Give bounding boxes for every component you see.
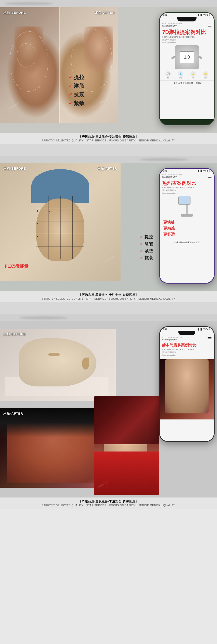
phone-screen-3: 9:41 ▌▌▌ WiFi 🔋 EXCLUSIVE SERVICES HAMLI… [160,327,214,441]
grid-num-4: 4 [49,210,50,212]
grid-num-2: 2 [49,197,50,200]
phone-girl-face-preview [165,359,208,414]
section-3-nose: 术前-BEFORE xianpic.com 术后-AFTER xianpic.c… [0,314,217,508]
s2-feat-3: ✓ 紧致 [140,248,153,254]
gap-2 [0,302,217,314]
device-7d: 1.0 [175,45,199,70]
feature-jingzhi: ✓ 紧致 [69,100,142,107]
arm-right [197,55,202,59]
brush-mark-2 [140,158,188,161]
sleeping-person [5,334,109,396]
feature-rongzhi: ✓ 溶脂 [69,82,142,90]
grid-v-2 [60,196,61,259]
s2-check-4: ✓ [140,256,143,260]
hamburger-menu-3[interactable] [207,337,211,340]
quality-bar-3: 【严选品质·星级服务·专注安全·资深医质】 STRICTLY SELECTED … [0,497,217,508]
check-icon-2: ✓ [69,83,72,89]
phone-brand-text-3: EXCLUSIVE SERVICES HAMLIN | 涵伦美学 [162,336,182,341]
speed-features: 更快捷 更精准 更舒适 [160,218,214,240]
phone-case-appreciation-2: Case appreciation [160,192,214,195]
speed-feat-3: 更舒适 [163,232,210,237]
features-list-2: ✓ 提拉 ✓ 除皱 ✓ 紧致 ✓ 抗衰 [140,234,153,262]
brush-divider-top-2 [0,156,217,163]
phone-brand-text-1: EXCLUSIVE SERVICES HAMLIN | 涵伦美学 [162,23,182,27]
nose-girl-photo: xianpic.com [94,396,159,495]
rmj-device [178,196,195,216]
quality-en-1: STRICTLY SELECTED QUALITY | STAR SERVICE… [0,139,217,142]
hamburger-menu-2[interactable] [207,175,211,178]
icon-item-4: 🌟 紧致 [203,71,208,78]
quality-en-2: STRICTLY SELECTED QUALITY | STAR SERVICE… [0,298,217,300]
grid-num-5: 5 [37,222,38,225]
brush-mark [5,2,53,5]
phone-screen-1: 9:41 ▌▌▌ WiFi 🔋 EXCLUSIVE SERVICES HAMLI… [160,13,214,119]
before-label-2: 术前-BEFORE [3,166,26,171]
phone-brand-text-2: EXCLUSIVE SERVICES HAMLIN | 涵伦美学 [162,174,182,178]
s2-feat-4: ✓ 抗衰 [140,255,153,261]
section-1-7d: HAMLIN医疗 jilli·xianpic.com 术前-BEFORE 术后-… [0,0,217,144]
check-icon-3: ✓ [69,92,72,97]
gap-1 [0,144,217,156]
phone-case-label-3: 涵伦美学·高端定制 [160,351,214,354]
rmj-screen [178,196,190,204]
grid-num-1: 1 [37,197,38,200]
icon-circle-2: 💧 [178,71,183,76]
quality-zh-1: 【严选品质·星级服务·专注安全·资深医质】 [0,135,217,139]
s2-check-3: ✓ [140,249,143,253]
section-1-content: HAMLIN医疗 jilli·xianpic.com 术前-BEFORE 术后-… [0,7,217,132]
after-label-3: 术后-AFTER [3,412,23,416]
phone-nose-girl-preview [160,359,214,420]
section-2-rmj: 1 2 3 4 5 c 术前-BEFORE 术后-AFTER FLX5微能量 j… [0,156,217,302]
phone-icons-row-1: 🔄 提拉 💧 溶脂 ✨ 抗衰 🌟 紧致 [160,70,214,80]
check-icon-4: ✓ [69,101,72,106]
device-arms [175,45,199,70]
quality-bar-2: 【严选品质·星级服务·专注安全·资深医质】 STRICTLY SELECTED … [0,291,217,302]
phone-tagline-1: 一提拉 二紧致 双重保障 一机确定 [160,80,214,85]
phone-title-hb: 赫本气质鼻案例对比 [160,342,214,348]
icon-circle-1: 🔄 [165,71,171,76]
phone-case-label-1: 涵伦美学·高端定制 [160,39,214,42]
s2-check-2: ✓ [140,242,143,246]
girl-dress [94,452,159,495]
nose-profile-detail [82,358,89,370]
phone-notch-1 [177,16,196,22]
phone-case-appreciation-3: Case appreciation [160,354,214,356]
phone-status-bar-1: 9:41 ▌▌▌ WiFi 🔋 [160,13,214,16]
s2-feat-1: ✓ 提拉 [140,234,153,240]
section-2-content: 1 2 3 4 5 c 术前-BEFORE 术后-AFTER FLX5微能量 j… [0,163,217,291]
brush-mark-3 [19,316,68,319]
phone-title-rmj: 热玛吉案例对比 [160,179,214,186]
grid-num-3: 3 [37,210,38,212]
phone-mockup-3: 9:41 ▌▌▌ WiFi 🔋 EXCLUSIVE SERVICES HAMLI… [159,326,214,442]
check-icon-1: ✓ [69,75,72,80]
flx5-badge: FLX5微能量 [5,263,29,269]
phone-mockup-2: 9:41 ▌▌▌ WiFi 🔋 EXCLUSIVE SERVICES HAMLI… [159,168,214,284]
phone-bottom-text-2: 全球女性青睐的紧肤除皱仪器 [160,240,214,245]
grid-v-1 [48,196,49,259]
icon-circle-4: 🌟 [203,71,208,76]
phone-mockup-1: 9:41 ▌▌▌ WiFi 🔋 EXCLUSIVE SERVICES HAMLI… [159,12,214,125]
rmj-pole [186,204,188,214]
feature-kangshuai: ✓ 抗衰 [69,91,142,98]
nose-before-photo: 术前-BEFORE xianpic.com [0,329,116,401]
feature-tila: ✓ 提拉 [69,74,142,81]
phone-screen-2: 9:41 ▌▌▌ WiFi 🔋 EXCLUSIVE SERVICES HAMLI… [160,169,214,283]
phone-subtitle-2: CUSTOMER REAL CASE FEEDBACK [160,186,214,189]
section-3-content: 术前-BEFORE xianpic.com 术后-AFTER xianpic.c… [0,322,217,497]
arm-left [171,55,176,59]
after-label-1: 术后-AFTER [95,10,115,15]
icon-circle-3: ✨ [190,71,196,76]
s2-feat-2: ✓ 除皱 [140,241,153,247]
rmj-device-container [160,195,214,218]
icon-item-1: 🔄 提拉 [165,71,171,78]
hamburger-menu-1[interactable] [207,24,211,26]
phone-header-1: EXCLUSIVE SERVICES HAMLIN | 涵伦美学 [160,22,214,28]
phone-status-bar-3: 9:41 ▌▌▌ WiFi 🔋 [160,327,214,331]
speed-feat-1: 更快捷 [163,220,210,225]
phone-status-bar-2: 9:41 ▌▌▌ WiFi 🔋 [160,169,214,172]
quality-bar-1: 【严选品质·星级服务·专注安全·资深医质】 STRICTLY SELECTED … [0,132,217,144]
quality-en-3: STRICTLY SELECTED QUALITY | STAR SERVICE… [0,504,217,507]
face-grid-photo: 1 2 3 4 5 c 术前-BEFORE 术后-AFTER FLX5微能量 j… [0,163,121,281]
icon-item-3: ✨ 抗衰 [190,71,196,78]
grid-v-3 [72,196,73,259]
